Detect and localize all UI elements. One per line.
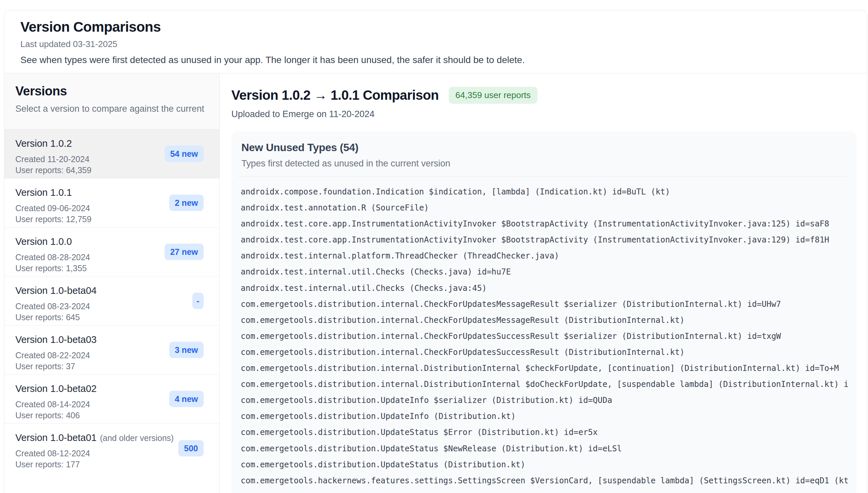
unused-type-entry: com.emergetools.distribution.internal.Ch…	[241, 312, 856, 328]
version-created: Created 08-12-2024	[15, 448, 193, 459]
version-list: Version 1.0.2 Created 11-20-2024 User re…	[4, 129, 219, 473]
user-reports-badge: 64,359 user reports	[449, 87, 537, 104]
new-count-badge: 27 new	[165, 244, 204, 260]
version-item-title: Version 1.0-beta02	[15, 383, 193, 394]
version-reports: User reports: 177	[15, 459, 193, 470]
version-name: Version 1.0.2	[15, 138, 72, 149]
unused-type-entry: com.emergetools.distribution.internal.Di…	[241, 360, 856, 376]
comparison-panel: Version 1.0.2 → 1.0.1 Comparison 64,359 …	[220, 73, 867, 493]
version-item-title: Version 1.0-beta03	[15, 334, 193, 345]
body-split: Versions Select a version to compare aga…	[4, 73, 867, 493]
unused-type-entry: com.emergetools.distribution.internal.Ch…	[241, 344, 856, 360]
version-reports: User reports: 12,759	[15, 214, 193, 225]
version-name-suffix: (and older versions)	[100, 433, 173, 443]
unused-type-entry: com.emergetools.distribution.internal.Ch…	[241, 296, 856, 312]
unused-type-entry: androidx.test.internal.util.Checks (Chec…	[241, 280, 856, 296]
unused-type-entry: com.emergetools.hackernews.features.sett…	[241, 473, 856, 489]
version-name: Version 1.0-beta03	[15, 334, 97, 345]
new-count-badge: -	[192, 293, 204, 309]
card-subtitle: Types first detected as unused in the cu…	[241, 158, 846, 169]
unused-type-entry: com.emergetools.distribution.UpdateInfo …	[241, 392, 856, 408]
unused-type-entry: com.emergetools.distribution.internal.Ch…	[241, 328, 856, 344]
unused-type-entry: com.emergetools.distribution.UpdateInfo …	[241, 408, 856, 424]
page-title: Version Comparisons	[20, 19, 851, 35]
comparison-title-row: Version 1.0.2 → 1.0.1 Comparison 64,359 …	[231, 87, 856, 104]
unused-type-entry: com.emergetools.distribution.UpdateStatu…	[241, 424, 856, 440]
version-list-item[interactable]: Version 1.0.1 Created 09-06-2024 User re…	[4, 178, 219, 228]
version-item-title: Version 1.0-beta04	[15, 285, 193, 296]
version-list-item[interactable]: Version 1.0.2 Created 11-20-2024 User re…	[4, 129, 219, 178]
version-list-item[interactable]: Version 1.0-beta03 Created 08-22-2024 Us…	[4, 325, 219, 374]
comparison-title: Version 1.0.2 → 1.0.1 Comparison	[231, 88, 439, 103]
version-name: Version 1.0-beta04	[15, 285, 97, 296]
version-item-title: Version 1.0.1	[15, 187, 193, 198]
new-count-badge: 500	[178, 440, 204, 456]
uploaded-text: Uploaded to Emerge on 11-20-2024	[231, 109, 856, 120]
unused-types-list: androidx.compose.foundation.Indication $…	[231, 176, 856, 489]
version-comparisons-panel: Version Comparisons Last updated 03-31-2…	[4, 10, 867, 493]
version-name: Version 1.0-beta02	[15, 383, 97, 394]
sidebar-title: Versions	[15, 84, 207, 99]
unused-type-entry: com.emergetools.distribution.UpdateStatu…	[241, 441, 856, 457]
versions-sidebar: Versions Select a version to compare aga…	[4, 73, 220, 493]
unused-type-entry: androidx.compose.foundation.Indication $…	[241, 184, 856, 200]
unused-type-entry: androidx.test.internal.util.Checks (Chec…	[241, 264, 856, 280]
new-count-badge: 4 new	[169, 391, 204, 407]
version-list-item[interactable]: Version 1.0-beta01(and older versions) C…	[4, 424, 219, 473]
unused-type-entry: androidx.test.core.app.InstrumentationAc…	[241, 216, 856, 232]
version-reports: User reports: 645	[15, 312, 193, 323]
new-count-badge: 3 new	[169, 342, 204, 358]
version-item-title: Version 1.0-beta01(and older versions)	[15, 432, 193, 443]
version-list-item[interactable]: Version 1.0.0 Created 08-28-2024 User re…	[4, 228, 219, 277]
card-header: New Unused Types (54) Types first detect…	[231, 131, 856, 176]
sidebar-subtitle: Select a version to compare against the …	[15, 104, 207, 114]
version-created: Created 08-23-2024	[15, 301, 193, 312]
versions-sidebar-header: Versions Select a version to compare aga…	[4, 73, 219, 129]
version-name: Version 1.0.0	[15, 236, 72, 247]
unused-type-entry: com.emergetools.distribution.UpdateStatu…	[241, 457, 856, 473]
page-header: Version Comparisons Last updated 03-31-2…	[4, 10, 867, 73]
unused-type-entry: androidx.test.annotation.R (SourceFile)	[241, 200, 856, 216]
card-title: New Unused Types (54)	[241, 142, 846, 154]
page-description: See when types were first detected as un…	[20, 55, 851, 65]
version-name: Version 1.0-beta01	[15, 432, 97, 443]
last-updated-text: Last updated 03-31-2025	[20, 39, 851, 49]
version-created: Created 09-06-2024	[15, 203, 193, 214]
unused-type-entry: androidx.test.core.app.InstrumentationAc…	[241, 232, 856, 248]
version-reports: User reports: 64,359	[15, 165, 193, 176]
unused-type-entry: androidx.test.internal.platform.ThreadCh…	[241, 248, 856, 264]
new-unused-types-card: New Unused Types (54) Types first detect…	[231, 131, 856, 493]
version-created: Created 08-14-2024	[15, 399, 193, 410]
version-reports: User reports: 406	[15, 410, 193, 421]
new-count-badge: 54 new	[165, 146, 204, 162]
unused-type-entry: com.emergetools.distribution.internal.Di…	[241, 376, 856, 392]
version-name: Version 1.0.1	[15, 187, 72, 198]
version-reports: User reports: 1,355	[15, 263, 193, 274]
version-created: Created 08-22-2024	[15, 350, 193, 361]
version-list-item[interactable]: Version 1.0-beta04 Created 08-23-2024 Us…	[4, 277, 219, 325]
new-count-badge: 2 new	[169, 195, 204, 211]
version-list-item[interactable]: Version 1.0-beta02 Created 08-14-2024 Us…	[4, 374, 219, 424]
version-reports: User reports: 37	[15, 361, 193, 372]
